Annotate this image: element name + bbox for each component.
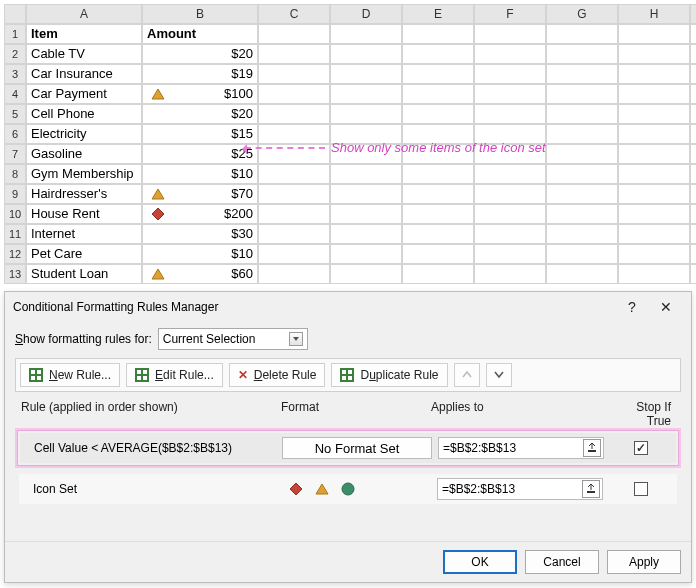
cell[interactable]	[618, 264, 690, 284]
cell[interactable]: $70	[142, 184, 258, 204]
cell[interactable]	[402, 104, 474, 124]
cell[interactable]: $10	[142, 164, 258, 184]
cell[interactable]	[258, 224, 330, 244]
rule-row[interactable]: Icon Set =$B$2:$B$13	[17, 472, 679, 506]
cell[interactable]	[618, 244, 690, 264]
cell[interactable]	[330, 264, 402, 284]
cell[interactable]: $10	[142, 244, 258, 264]
cell[interactable]	[402, 64, 474, 84]
cell[interactable]	[690, 24, 696, 44]
col-header[interactable]: I	[690, 4, 696, 24]
cell[interactable]	[546, 104, 618, 124]
cell[interactable]	[258, 64, 330, 84]
col-header[interactable]: A	[26, 4, 142, 24]
cell[interactable]	[546, 184, 618, 204]
cell[interactable]: Student Loan	[26, 264, 142, 284]
col-header[interactable]: F	[474, 4, 546, 24]
cell[interactable]	[330, 124, 402, 144]
row-header[interactable]: 13	[4, 264, 26, 284]
scope-dropdown[interactable]: Current Selection	[158, 328, 308, 350]
cell[interactable]: Hairdresser's	[26, 184, 142, 204]
select-all-cell[interactable]	[4, 4, 26, 24]
cell[interactable]	[258, 24, 330, 44]
cell[interactable]	[690, 84, 696, 104]
close-button[interactable]: ✕	[649, 294, 683, 320]
cell[interactable]	[258, 44, 330, 64]
move-down-button[interactable]	[486, 363, 512, 387]
cell[interactable]: $15	[142, 124, 258, 144]
row-header[interactable]: 2	[4, 44, 26, 64]
help-button[interactable]: ?	[615, 294, 649, 320]
stop-if-true-checkbox[interactable]	[634, 441, 648, 455]
cell[interactable]	[546, 64, 618, 84]
cell[interactable]	[474, 84, 546, 104]
cell[interactable]: Pet Care	[26, 244, 142, 264]
cell[interactable]	[690, 104, 696, 124]
cell[interactable]	[618, 164, 690, 184]
range-picker-icon[interactable]	[583, 439, 601, 457]
cell[interactable]	[402, 184, 474, 204]
cell[interactable]	[546, 84, 618, 104]
cell[interactable]	[690, 144, 696, 164]
cancel-button[interactable]: Cancel	[525, 550, 599, 574]
row-header[interactable]: 3	[4, 64, 26, 84]
row-header[interactable]: 9	[4, 184, 26, 204]
cell[interactable]: Car Insurance	[26, 64, 142, 84]
cell[interactable]	[258, 204, 330, 224]
cell[interactable]	[474, 64, 546, 84]
col-header[interactable]: B	[142, 4, 258, 24]
cell[interactable]	[474, 224, 546, 244]
cell[interactable]: Cable TV	[26, 44, 142, 64]
cell[interactable]	[690, 244, 696, 264]
cell[interactable]: Car Payment	[26, 84, 142, 104]
col-header[interactable]: H	[618, 4, 690, 24]
cell[interactable]	[402, 164, 474, 184]
cell[interactable]: Electricity	[26, 124, 142, 144]
cell[interactable]	[402, 244, 474, 264]
apply-button[interactable]: Apply	[607, 550, 681, 574]
col-header[interactable]: G	[546, 4, 618, 24]
cell[interactable]	[618, 184, 690, 204]
applies-to-input[interactable]: =$B$2:$B$13	[437, 478, 603, 500]
cell[interactable]	[618, 84, 690, 104]
cell[interactable]	[690, 204, 696, 224]
cell[interactable]: House Rent	[26, 204, 142, 224]
edit-rule-button[interactable]: Edit Rule...	[126, 363, 223, 387]
cell[interactable]: Item	[26, 24, 142, 44]
duplicate-rule-button[interactable]: Duplicate Rule	[331, 363, 447, 387]
cell[interactable]	[402, 224, 474, 244]
col-header[interactable]: E	[402, 4, 474, 24]
cell[interactable]: Amount	[142, 24, 258, 44]
cell[interactable]	[258, 244, 330, 264]
cell[interactable]	[618, 64, 690, 84]
cell[interactable]	[618, 104, 690, 124]
row-header[interactable]: 8	[4, 164, 26, 184]
cell[interactable]	[330, 184, 402, 204]
delete-rule-button[interactable]: ✕ Delete Rule	[229, 363, 326, 387]
cell[interactable]	[330, 44, 402, 64]
cell[interactable]	[474, 24, 546, 44]
cell[interactable]	[546, 24, 618, 44]
ok-button[interactable]: OK	[443, 550, 517, 574]
cell[interactable]	[330, 104, 402, 124]
cell[interactable]	[690, 124, 696, 144]
row-header[interactable]: 10	[4, 204, 26, 224]
applies-to-input[interactable]: =$B$2:$B$13	[438, 437, 604, 459]
cell[interactable]	[618, 24, 690, 44]
cell[interactable]	[546, 144, 618, 164]
cell[interactable]	[474, 264, 546, 284]
cell[interactable]	[474, 184, 546, 204]
cell[interactable]	[546, 204, 618, 224]
cell[interactable]	[402, 84, 474, 104]
cell[interactable]	[474, 204, 546, 224]
cell[interactable]: Gym Membership	[26, 164, 142, 184]
col-header[interactable]: C	[258, 4, 330, 24]
cell[interactable]	[474, 144, 546, 164]
row-header[interactable]: 12	[4, 244, 26, 264]
cell[interactable]: $100	[142, 84, 258, 104]
cell[interactable]	[546, 164, 618, 184]
cell[interactable]: $60	[142, 264, 258, 284]
cell[interactable]	[258, 264, 330, 284]
cell[interactable]: $20	[142, 44, 258, 64]
cell[interactable]	[258, 104, 330, 124]
